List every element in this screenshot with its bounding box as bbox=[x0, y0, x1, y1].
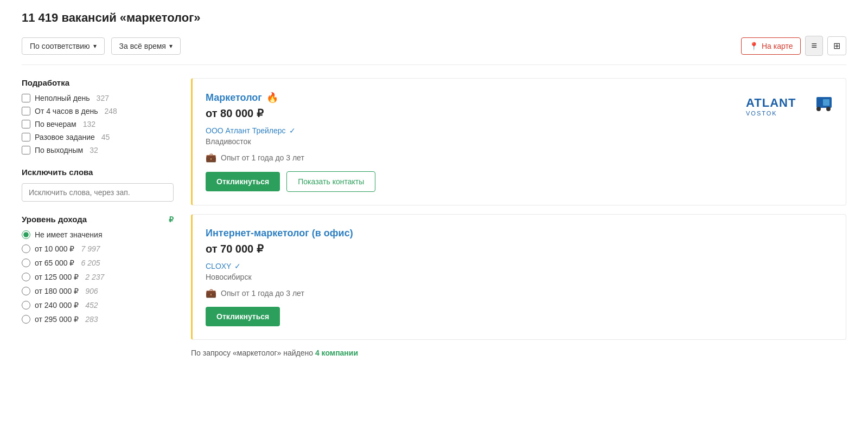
respond-button-1[interactable]: Откликнуться bbox=[206, 172, 280, 191]
grid-view-icon bbox=[833, 41, 840, 50]
briefcase-icon-2: 💼 bbox=[206, 288, 216, 298]
parttime-checkbox-3[interactable]: Разовое задание 45 bbox=[22, 133, 174, 141]
briefcase-icon-1: 💼 bbox=[206, 152, 216, 163]
income-radio-5[interactable]: от 240 000 ₽ 452 bbox=[22, 301, 174, 310]
income-label-5: от 240 000 ₽ bbox=[35, 301, 79, 310]
svg-point-4 bbox=[826, 107, 831, 111]
experience-row-1: 💼 Опыт от 1 года до 3 лет bbox=[206, 152, 733, 163]
parttime-filter: Подработка Неполный день 327 От 4 часов … bbox=[22, 78, 174, 154]
income-radio-0[interactable]: Не имеет значения bbox=[22, 230, 174, 239]
exclude-title: Исключить слова bbox=[22, 167, 174, 177]
job-salary-1: от 80 000 ₽ bbox=[206, 107, 733, 120]
parttime-checkbox-1[interactable]: От 4 часов в день 248 bbox=[22, 107, 174, 115]
page-title: 11 419 вакансий «маркетолог» bbox=[22, 11, 201, 25]
income-radio-6[interactable]: от 295 000 ₽ 283 bbox=[22, 315, 174, 324]
job-title-row-1: Маркетолог 🔥 bbox=[206, 92, 733, 104]
svg-rect-2 bbox=[823, 99, 829, 106]
company-row-2: CLOXY ✓ bbox=[206, 262, 833, 270]
parttime-check-2[interactable] bbox=[22, 120, 30, 128]
toolbar-right: 📍 На карте bbox=[741, 36, 846, 56]
company-logo-1: ATLANT VOSTOK bbox=[746, 92, 833, 119]
experience-text-2: Опыт от 1 года до 3 лет bbox=[221, 289, 304, 298]
company-name-2[interactable]: CLOXY bbox=[206, 262, 231, 270]
job-card-2: Интернет-маркетолог (в офис) от 70 000 ₽… bbox=[191, 214, 846, 340]
parttime-label-2: По вечерам bbox=[35, 120, 76, 128]
parttime-check-1[interactable] bbox=[22, 107, 30, 115]
income-radio-4[interactable]: от 180 000 ₽ 906 bbox=[22, 287, 174, 295]
bottom-note: По запросу «маркетолог» найдено 4 компан… bbox=[191, 349, 846, 357]
grid-view-button[interactable] bbox=[827, 36, 846, 55]
income-count-1: 7 997 bbox=[81, 244, 100, 253]
parttime-checkbox-2[interactable]: По вечерам 132 bbox=[22, 120, 174, 128]
sort-by-button[interactable]: По соответствию bbox=[22, 37, 105, 55]
svg-point-3 bbox=[816, 107, 821, 111]
companies-link[interactable]: 4 компании bbox=[315, 349, 358, 357]
income-radio-1[interactable]: от 10 000 ₽ 7 997 bbox=[22, 244, 174, 253]
parttime-checkbox-0[interactable]: Неполный день 327 bbox=[22, 94, 174, 102]
job-card-1: Маркетолог 🔥 от 80 000 ₽ ООО Атлант Трей… bbox=[191, 78, 846, 205]
job-title-2[interactable]: Интернет-маркетолог (в офис) bbox=[206, 228, 353, 239]
main-layout: Подработка Неполный день 327 От 4 часов … bbox=[22, 78, 846, 357]
sidebar: Подработка Неполный день 327 От 4 часов … bbox=[22, 78, 174, 357]
income-radio-input-1[interactable] bbox=[22, 244, 30, 253]
list-view-button[interactable] bbox=[805, 36, 823, 56]
income-radio-input-5[interactable] bbox=[22, 301, 30, 310]
parttime-checkbox-4[interactable]: По выходным 32 bbox=[22, 146, 174, 154]
income-radio-input-2[interactable] bbox=[22, 259, 30, 267]
company-location-1: Владивосток bbox=[206, 137, 733, 146]
parttime-label-0: Неполный день bbox=[35, 94, 90, 102]
actions-row-2: Откликнуться bbox=[206, 307, 833, 326]
list-view-icon bbox=[811, 41, 817, 50]
income-radio-3[interactable]: от 125 000 ₽ 2 237 bbox=[22, 273, 174, 281]
income-label-1: от 10 000 ₽ bbox=[35, 244, 75, 253]
income-radio-input-4[interactable] bbox=[22, 287, 30, 295]
parttime-check-3[interactable] bbox=[22, 133, 30, 141]
income-count-6: 283 bbox=[85, 315, 98, 324]
toolbar: По соответствию За всё время 📍 На карте bbox=[22, 36, 846, 65]
income-label-0: Не имеет значения bbox=[35, 230, 102, 239]
income-radio-input-0[interactable] bbox=[22, 230, 30, 239]
parttime-label-1: От 4 часов в день bbox=[35, 107, 98, 115]
income-radio-input-6[interactable] bbox=[22, 315, 30, 324]
company-row-1: ООО Атлант Трейлерс ✓ bbox=[206, 126, 733, 135]
income-filter: Уровень дохода ₽ Не имеет значения от 10… bbox=[22, 215, 174, 324]
map-view-button[interactable]: 📍 На карте bbox=[741, 37, 801, 55]
actions-row-1: Откликнуться Показать контакты bbox=[206, 171, 733, 192]
income-radio-2[interactable]: от 65 000 ₽ 6 205 bbox=[22, 259, 174, 267]
exclude-input[interactable] bbox=[22, 183, 174, 202]
job-card-2-content: Интернет-маркетолог (в офис) от 70 000 ₽… bbox=[206, 228, 833, 326]
pin-icon: 📍 bbox=[749, 42, 758, 50]
company-name-1[interactable]: ООО Атлант Трейлерс bbox=[206, 126, 286, 135]
income-count-2: 6 205 bbox=[81, 259, 100, 267]
parttime-label-4: По выходным bbox=[35, 146, 83, 154]
parttime-count-4: 32 bbox=[90, 146, 98, 154]
parttime-count-0: 327 bbox=[97, 94, 109, 102]
income-radio-input-3[interactable] bbox=[22, 273, 30, 281]
parttime-title: Подработка bbox=[22, 78, 174, 87]
job-card-1-content: Маркетолог 🔥 от 80 000 ₽ ООО Атлант Трей… bbox=[206, 92, 733, 192]
parttime-check-0[interactable] bbox=[22, 94, 30, 102]
income-count-5: 452 bbox=[85, 301, 98, 310]
experience-row-2: 💼 Опыт от 1 года до 3 лет bbox=[206, 288, 833, 298]
verified-icon-1: ✓ bbox=[289, 126, 296, 135]
bottom-text-before: По запросу «маркетолог» найдено bbox=[191, 349, 313, 357]
experience-text-1: Опыт от 1 года до 3 лет bbox=[221, 153, 304, 162]
contacts-button-1[interactable]: Показать контакты bbox=[286, 171, 375, 192]
svg-text:VOSTOK: VOSTOK bbox=[746, 110, 777, 117]
exclude-filter: Исключить слова bbox=[22, 167, 174, 202]
respond-button-2[interactable]: Откликнуться bbox=[206, 307, 280, 326]
income-label-4: от 180 000 ₽ bbox=[35, 287, 79, 295]
fire-icon-1: 🔥 bbox=[266, 92, 278, 104]
income-currency-toggle[interactable]: ₽ bbox=[169, 215, 174, 224]
parttime-check-4[interactable] bbox=[22, 146, 30, 154]
time-filter-button[interactable]: За всё время bbox=[111, 37, 181, 55]
verified-icon-2: ✓ bbox=[234, 262, 241, 270]
atlant-logo: ATLANT VOSTOK bbox=[746, 92, 833, 119]
job-salary-2: от 70 000 ₽ bbox=[206, 242, 833, 255]
job-title-row-2: Интернет-маркетолог (в офис) bbox=[206, 228, 833, 239]
svg-text:ATLANT: ATLANT bbox=[746, 96, 796, 109]
income-count-3: 2 237 bbox=[85, 273, 104, 281]
job-listings: Маркетолог 🔥 от 80 000 ₽ ООО Атлант Трей… bbox=[191, 78, 846, 357]
job-title-1[interactable]: Маркетолог bbox=[206, 92, 262, 104]
parttime-count-2: 132 bbox=[83, 120, 95, 128]
